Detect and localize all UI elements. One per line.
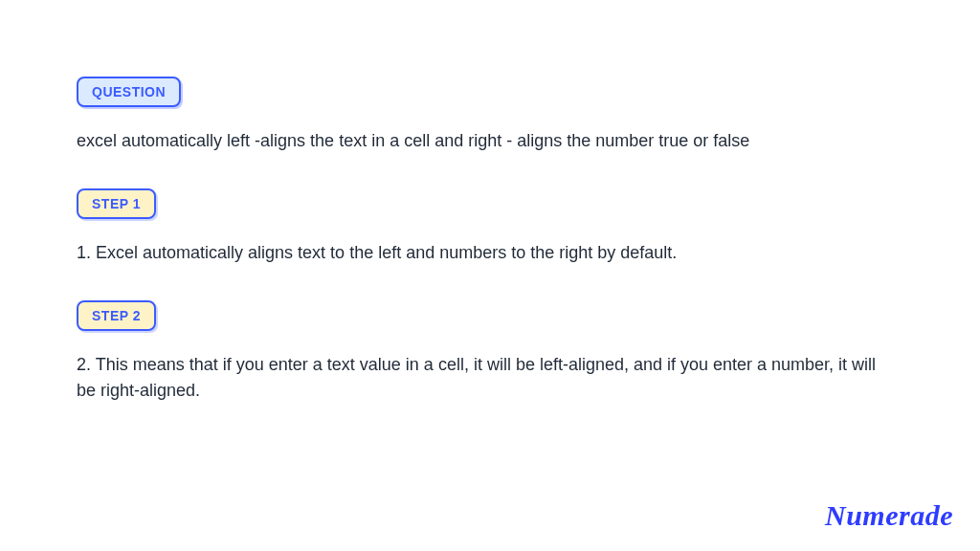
step1-section: STEP 1 1. Excel automatically aligns tex…: [77, 188, 903, 266]
step1-badge: STEP 1: [77, 188, 156, 219]
question-text: excel automatically left -aligns the tex…: [77, 128, 900, 154]
step2-text: 2. This means that if you enter a text v…: [77, 352, 900, 404]
step2-badge: STEP 2: [77, 300, 156, 331]
numerade-logo: Numerade: [825, 499, 953, 532]
question-section: QUESTION excel automatically left -align…: [77, 77, 903, 154]
question-badge: QUESTION: [77, 77, 181, 107]
step1-text: 1. Excel automatically aligns text to th…: [77, 240, 900, 266]
step2-section: STEP 2 2. This means that if you enter a…: [77, 300, 903, 404]
